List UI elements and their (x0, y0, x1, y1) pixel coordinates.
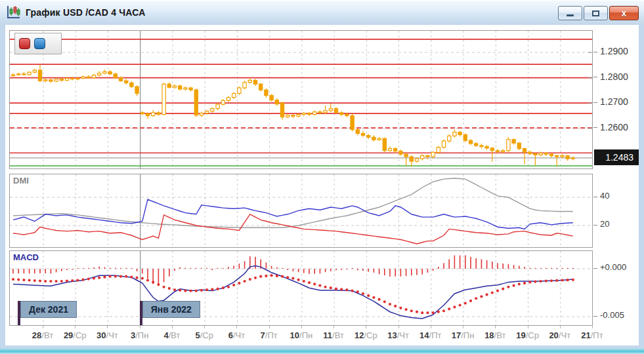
close-button[interactable]: x (609, 6, 639, 20)
time-axis-label: 29/Ср (59, 330, 91, 340)
time-axis-label: 21/Пт (576, 330, 608, 340)
time-axis-label: 6/Чт (221, 330, 252, 340)
dmi-axis-label: 20 (600, 219, 609, 229)
minimize-icon (567, 14, 574, 16)
macd-label: MACD (13, 252, 39, 262)
window-controls: x (558, 6, 639, 20)
time-axis-tick (495, 326, 496, 328)
month-label: Янв 2022 (142, 301, 200, 318)
time-axis-label: 18/Вт (479, 330, 511, 340)
price-axis-tick (593, 52, 597, 52)
price-axis-label: 1.2800 (600, 71, 628, 82)
close-icon: x (622, 9, 627, 18)
price-axis-tick (593, 77, 597, 77)
window-title: График USD /CAD 4 ЧАСА (26, 7, 146, 18)
time-axis-tick (236, 326, 237, 328)
time-axis-tick (463, 326, 463, 328)
month-marker: Янв 2022 (140, 301, 200, 325)
restore-icon (592, 10, 599, 16)
macd-axis-tick (593, 316, 597, 317)
time-axis-tick (366, 326, 366, 328)
chart-toolbar (14, 33, 62, 54)
time-axis-label: 3/Пн (124, 330, 156, 340)
macd-panel[interactable]: MACD (9, 250, 593, 326)
price-axis-label: 1.2600 (600, 122, 628, 132)
dmi-axis-tick (593, 225, 597, 226)
time-axis-tick (560, 326, 561, 328)
time-axis-tick (107, 326, 108, 328)
time-axis-tick (592, 326, 593, 328)
macd-canvas[interactable] (10, 251, 592, 325)
price-axis-label: 1.2700 (600, 96, 628, 107)
macd-axis-label: +0.000 (600, 262, 626, 272)
time-axis-tick (528, 326, 528, 328)
time-axis-label: 30/Чт (91, 330, 123, 340)
time-axis-label: 14/Пт (415, 330, 446, 340)
time-axis-tick (398, 326, 399, 328)
time-axis-tick (431, 326, 431, 328)
price-axis-label: 1.2900 (600, 46, 628, 56)
time-axis-label: 28/Вт (27, 330, 58, 340)
time-axis-tick (172, 326, 173, 328)
title-bar[interactable]: График USD /CAD 4 ЧАСА x (0, 0, 644, 25)
time-axis-label: 12/Ср (350, 330, 381, 340)
time-axis-tick (43, 326, 43, 328)
minimize-button[interactable] (558, 6, 582, 20)
time-axis-tick (333, 326, 334, 328)
time-axis-tick (75, 326, 75, 328)
time-axis-tick (204, 326, 205, 328)
buy-tool-button[interactable] (34, 38, 45, 49)
time-axis-label: 13/Чт (383, 330, 414, 340)
restore-button[interactable] (584, 6, 608, 20)
price-axis-tick (593, 102, 597, 103)
price-chart-canvas[interactable] (10, 31, 592, 168)
dmi-axis-label: 40 (600, 191, 609, 201)
time-axis-tick (301, 326, 302, 328)
time-axis-label: 17/Пн (447, 330, 479, 340)
time-axis-label: 10/Пн (286, 330, 317, 340)
time-axis-label: 7/Пт (253, 330, 285, 340)
dmi-panel[interactable]: DMI (9, 174, 593, 248)
time-axis-label: 20/Чт (544, 330, 576, 340)
candlestick-chart-icon (6, 5, 22, 20)
time-axis-label: 5/Ср (188, 330, 220, 340)
month-marker: Дек 2021 (18, 301, 77, 325)
sell-tool-button[interactable] (19, 38, 30, 49)
macd-axis-tick (593, 268, 597, 269)
time-axis-tick (140, 326, 140, 328)
dmi-label: DMI (13, 176, 29, 186)
dmi-canvas[interactable] (10, 174, 592, 247)
price-axis-tick (593, 127, 597, 128)
chart-window: График USD /CAD 4 ЧАСА x DMI MACD 1.2900… (0, 0, 644, 354)
time-axis-label: 11/Вт (318, 330, 349, 340)
current-price-box: 1.2483 (594, 149, 639, 165)
bottom-edge (0, 349, 644, 354)
time-axis-label: 4/Вт (156, 330, 188, 340)
dmi-axis-tick (593, 197, 597, 197)
macd-axis-label: -0.005 (600, 310, 624, 320)
time-axis-tick (269, 326, 270, 328)
price-chart-panel[interactable] (9, 30, 593, 169)
current-price-value: 1.2483 (605, 152, 633, 163)
time-axis-label: 19/Ср (512, 330, 544, 340)
month-label: Дек 2021 (20, 301, 77, 318)
